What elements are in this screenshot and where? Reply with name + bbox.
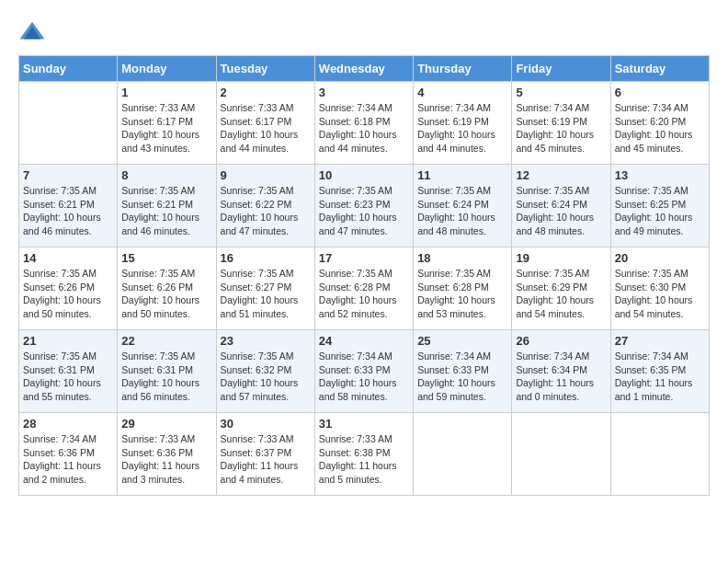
day-info: Sunrise: 7:35 AM Sunset: 6:30 PM Dayligh… <box>615 267 705 321</box>
day-number: 22 <box>121 334 211 348</box>
calendar-cell <box>610 413 709 496</box>
day-info: Sunrise: 7:35 AM Sunset: 6:24 PM Dayligh… <box>417 184 507 238</box>
header-tuesday: Tuesday <box>216 56 314 82</box>
week-row-5: 28Sunrise: 7:34 AM Sunset: 6:36 PM Dayli… <box>19 413 710 496</box>
week-row-1: 1Sunrise: 7:33 AM Sunset: 6:17 PM Daylig… <box>19 82 710 165</box>
day-info: Sunrise: 7:35 AM Sunset: 6:31 PM Dayligh… <box>121 350 211 404</box>
logo <box>18 18 50 46</box>
day-number: 27 <box>615 334 705 348</box>
day-number: 11 <box>417 168 507 182</box>
day-info: Sunrise: 7:35 AM Sunset: 6:29 PM Dayligh… <box>516 267 606 321</box>
calendar-cell: 9Sunrise: 7:35 AM Sunset: 6:22 PM Daylig… <box>216 165 314 247</box>
calendar-cell: 31Sunrise: 7:33 AM Sunset: 6:38 PM Dayli… <box>314 413 413 496</box>
day-number: 9 <box>221 168 311 182</box>
header-monday: Monday <box>118 56 216 82</box>
calendar-cell: 7Sunrise: 7:35 AM Sunset: 6:21 PM Daylig… <box>19 165 118 247</box>
logo-icon <box>18 18 46 46</box>
day-number: 14 <box>23 251 113 265</box>
calendar-cell: 2Sunrise: 7:33 AM Sunset: 6:17 PM Daylig… <box>216 82 314 165</box>
day-number: 16 <box>221 251 311 265</box>
calendar-cell: 22Sunrise: 7:35 AM Sunset: 6:31 PM Dayli… <box>118 330 216 413</box>
calendar-cell: 3Sunrise: 7:34 AM Sunset: 6:18 PM Daylig… <box>314 82 413 165</box>
day-number: 26 <box>516 334 606 348</box>
calendar-cell: 15Sunrise: 7:35 AM Sunset: 6:26 PM Dayli… <box>118 247 216 330</box>
calendar-cell: 23Sunrise: 7:35 AM Sunset: 6:32 PM Dayli… <box>216 330 314 413</box>
calendar-cell: 10Sunrise: 7:35 AM Sunset: 6:23 PM Dayli… <box>314 165 413 247</box>
week-row-4: 21Sunrise: 7:35 AM Sunset: 6:31 PM Dayli… <box>19 330 710 413</box>
calendar-cell: 11Sunrise: 7:35 AM Sunset: 6:24 PM Dayli… <box>414 165 512 247</box>
day-number: 3 <box>319 86 409 99</box>
day-info: Sunrise: 7:35 AM Sunset: 6:26 PM Dayligh… <box>23 267 113 321</box>
day-number: 4 <box>417 86 507 99</box>
day-info: Sunrise: 7:33 AM Sunset: 6:17 PM Dayligh… <box>121 101 211 155</box>
calendar-cell: 6Sunrise: 7:34 AM Sunset: 6:20 PM Daylig… <box>610 82 709 165</box>
calendar-cell: 18Sunrise: 7:35 AM Sunset: 6:28 PM Dayli… <box>414 247 512 330</box>
calendar-cell: 25Sunrise: 7:34 AM Sunset: 6:33 PM Dayli… <box>414 330 512 413</box>
header-sunday: Sunday <box>19 56 118 82</box>
calendar-cell: 12Sunrise: 7:35 AM Sunset: 6:24 PM Dayli… <box>512 165 610 247</box>
header-thursday: Thursday <box>414 56 512 82</box>
day-info: Sunrise: 7:34 AM Sunset: 6:19 PM Dayligh… <box>417 101 507 155</box>
day-number: 19 <box>516 251 606 265</box>
day-number: 30 <box>221 417 311 431</box>
day-info: Sunrise: 7:35 AM Sunset: 6:24 PM Dayligh… <box>516 184 606 238</box>
calendar-cell: 21Sunrise: 7:35 AM Sunset: 6:31 PM Dayli… <box>19 330 118 413</box>
calendar-cell <box>19 82 118 165</box>
day-info: Sunrise: 7:35 AM Sunset: 6:31 PM Dayligh… <box>23 350 113 404</box>
calendar-cell: 24Sunrise: 7:34 AM Sunset: 6:33 PM Dayli… <box>314 330 413 413</box>
day-info: Sunrise: 7:35 AM Sunset: 6:28 PM Dayligh… <box>417 267 507 321</box>
day-info: Sunrise: 7:35 AM Sunset: 6:21 PM Dayligh… <box>23 184 113 238</box>
day-info: Sunrise: 7:33 AM Sunset: 6:36 PM Dayligh… <box>121 432 211 487</box>
page-header <box>18 18 710 46</box>
day-info: Sunrise: 7:35 AM Sunset: 6:23 PM Dayligh… <box>319 184 409 238</box>
calendar-header-row: SundayMondayTuesdayWednesdayThursdayFrid… <box>19 56 710 82</box>
day-number: 24 <box>319 334 409 348</box>
day-number: 2 <box>221 86 311 99</box>
day-info: Sunrise: 7:34 AM Sunset: 6:33 PM Dayligh… <box>319 350 409 404</box>
calendar-cell: 17Sunrise: 7:35 AM Sunset: 6:28 PM Dayli… <box>314 247 413 330</box>
calendar-cell: 8Sunrise: 7:35 AM Sunset: 6:21 PM Daylig… <box>118 165 216 247</box>
calendar-cell: 13Sunrise: 7:35 AM Sunset: 6:25 PM Dayli… <box>610 165 709 247</box>
week-row-2: 7Sunrise: 7:35 AM Sunset: 6:21 PM Daylig… <box>19 165 710 247</box>
day-number: 28 <box>23 417 113 431</box>
day-info: Sunrise: 7:34 AM Sunset: 6:35 PM Dayligh… <box>615 350 705 404</box>
header-saturday: Saturday <box>610 56 709 82</box>
calendar-cell <box>414 413 512 496</box>
day-number: 21 <box>23 334 113 348</box>
day-info: Sunrise: 7:34 AM Sunset: 6:18 PM Dayligh… <box>319 101 409 155</box>
calendar-cell: 5Sunrise: 7:34 AM Sunset: 6:19 PM Daylig… <box>512 82 610 165</box>
day-number: 12 <box>516 168 606 182</box>
calendar-cell: 14Sunrise: 7:35 AM Sunset: 6:26 PM Dayli… <box>19 247 118 330</box>
day-number: 1 <box>121 86 211 99</box>
calendar-cell: 1Sunrise: 7:33 AM Sunset: 6:17 PM Daylig… <box>118 82 216 165</box>
day-info: Sunrise: 7:34 AM Sunset: 6:33 PM Dayligh… <box>417 350 507 404</box>
calendar-cell <box>512 413 610 496</box>
day-info: Sunrise: 7:35 AM Sunset: 6:32 PM Dayligh… <box>221 350 311 404</box>
week-row-3: 14Sunrise: 7:35 AM Sunset: 6:26 PM Dayli… <box>19 247 710 330</box>
day-info: Sunrise: 7:35 AM Sunset: 6:27 PM Dayligh… <box>221 267 311 321</box>
calendar-cell: 28Sunrise: 7:34 AM Sunset: 6:36 PM Dayli… <box>19 413 118 496</box>
day-info: Sunrise: 7:34 AM Sunset: 6:20 PM Dayligh… <box>615 101 705 155</box>
day-info: Sunrise: 7:34 AM Sunset: 6:19 PM Dayligh… <box>516 101 606 155</box>
calendar-cell: 29Sunrise: 7:33 AM Sunset: 6:36 PM Dayli… <box>118 413 216 496</box>
day-number: 25 <box>417 334 507 348</box>
day-number: 18 <box>417 251 507 265</box>
day-info: Sunrise: 7:35 AM Sunset: 6:22 PM Dayligh… <box>221 184 311 238</box>
day-number: 6 <box>615 86 705 99</box>
day-info: Sunrise: 7:35 AM Sunset: 6:28 PM Dayligh… <box>319 267 409 321</box>
day-info: Sunrise: 7:33 AM Sunset: 6:37 PM Dayligh… <box>221 432 311 487</box>
day-number: 31 <box>319 417 409 431</box>
day-number: 10 <box>319 168 409 182</box>
day-number: 29 <box>121 417 211 431</box>
calendar-table: SundayMondayTuesdayWednesdayThursdayFrid… <box>18 55 710 496</box>
day-number: 20 <box>615 251 705 265</box>
calendar-cell: 20Sunrise: 7:35 AM Sunset: 6:30 PM Dayli… <box>610 247 709 330</box>
day-info: Sunrise: 7:35 AM Sunset: 6:26 PM Dayligh… <box>121 267 211 321</box>
header-wednesday: Wednesday <box>314 56 413 82</box>
calendar-cell: 16Sunrise: 7:35 AM Sunset: 6:27 PM Dayli… <box>216 247 314 330</box>
calendar-cell: 19Sunrise: 7:35 AM Sunset: 6:29 PM Dayli… <box>512 247 610 330</box>
day-info: Sunrise: 7:33 AM Sunset: 6:38 PM Dayligh… <box>319 432 409 487</box>
day-number: 15 <box>121 251 211 265</box>
day-info: Sunrise: 7:35 AM Sunset: 6:25 PM Dayligh… <box>615 184 705 238</box>
day-number: 13 <box>615 168 705 182</box>
